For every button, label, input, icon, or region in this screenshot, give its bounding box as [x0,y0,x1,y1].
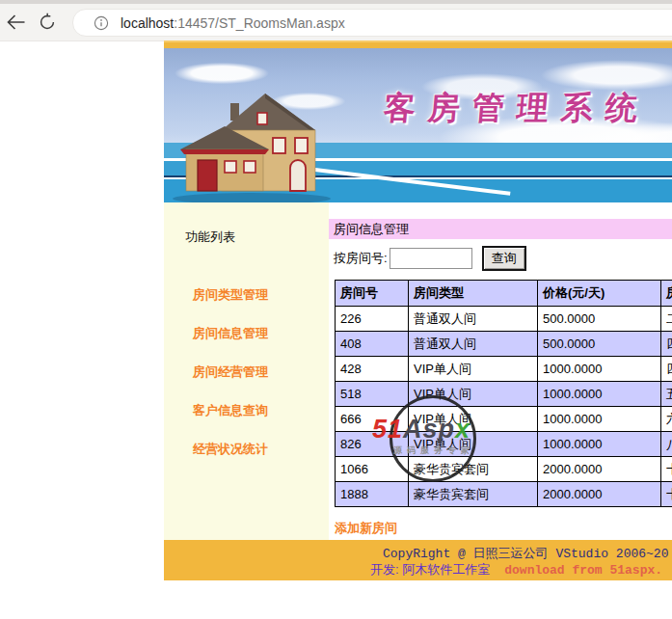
table-row: 1066 豪华贵宾套间 2000.0000 十 [336,457,672,482]
cell-price: 2000.0000 [538,457,661,482]
cell-room-type: 普通双人间 [409,307,538,332]
col-header-room-type: 房间类型 [409,281,538,307]
watermark-51: 51 [372,415,403,444]
search-button[interactable]: 查询 [482,246,526,271]
developer-line: 开发: 阿木软件工作室download from 51aspx. [370,561,662,579]
cell-price: 1000.0000 [538,432,661,457]
page-content: 客房管理系统 功能列表 房间类型管理 房间信息管理 房间经营管理 客户信息查询 … [164,40,672,580]
table-row: 428 VIP单人间 1000.0000 四 [336,357,672,382]
cell-room-pos: 六 [661,407,672,432]
main-panel: 房间信息管理 按房间号: 查询 房间号 房间类型 价格(元/天) 房 2 [329,202,672,540]
cell-room-no: 518 [336,382,409,407]
search-row: 按房间号: 查询 [334,245,672,271]
cell-room-no: 1888 [336,482,409,507]
table-row: 408 普通双人间 500.0000 四 [336,332,672,357]
url-host: localhost [121,15,174,31]
developer-text: 开发: 阿木软件工作室 [370,562,490,577]
cell-room-no: 428 [336,357,409,382]
sidebar-item-room-info[interactable]: 房间信息管理 [193,325,329,342]
table-row: 226 普通双人间 500.0000 二 [336,307,672,332]
col-header-room-pos: 房 [661,281,672,307]
cell-room-type: 普通双人间 [409,332,538,357]
house-illustration [169,90,335,202]
cell-room-no: 226 [336,307,409,332]
back-icon[interactable] [5,11,28,34]
search-label: 按房间号: [334,250,388,267]
url-path: :14457/ST_RoomsMan.aspx [174,15,344,31]
copyright-text: CopyRight @ 日照三运公司 VStudio 2006~20 [383,545,668,562]
url-text[interactable]: localhost:14457/ST_RoomsMan.aspx [121,15,345,31]
page-body: 功能列表 房间类型管理 房间信息管理 房间经营管理 客户信息查询 经营状况统计 … [164,202,672,540]
col-header-price: 价格(元/天) [538,281,661,307]
table-row: 1888 豪华贵宾套间 2000.0000 十 [336,482,672,507]
sidebar-item-customer-query[interactable]: 客户信息查询 [193,402,329,419]
cell-room-pos: 十 [661,457,672,482]
banner-title: 客房管理系统 [382,87,652,130]
cell-price: 1000.0000 [538,357,661,382]
table-row: 518 VIP单人间 1000.0000 五 [336,382,672,407]
sidebar-menu: 房间类型管理 房间信息管理 房间经营管理 客户信息查询 经营状况统计 [164,286,329,458]
cell-price: 1000.0000 [538,407,661,432]
sidebar-item-room-operation[interactable]: 房间经营管理 [193,363,329,381]
footer: CopyRight @ 日照三运公司 VStudio 2006~20 开发: 阿… [164,540,672,580]
cell-room-pos: 四 [661,332,672,357]
watermark-logo: 51Aspx [372,415,470,444]
watermark-x: x [455,415,470,444]
cell-price: 500.0000 [538,332,661,357]
sidebar-title: 功能列表 [185,229,329,246]
cell-room-pos: 十 [661,482,672,507]
cell-room-type: VIP单人间 [409,357,538,382]
refresh-icon[interactable] [37,12,58,33]
watermark-tagline: 源码服务专家 [393,444,474,457]
cell-price: 500.0000 [538,307,661,332]
table-header-row: 房间号 房间类型 价格(元/天) 房 [336,281,672,307]
app-window: localhost:14457/ST_RoomsMan.aspx [0,0,672,619]
cell-room-type: 豪华贵宾套间 [409,482,538,507]
browser-toolbar: localhost:14457/ST_RoomsMan.aspx [0,4,672,41]
cell-room-no: 408 [336,332,409,357]
cell-price: 2000.0000 [538,482,661,507]
watermark-asp: Asp [403,415,455,444]
sidebar-item-business-stats[interactable]: 经营状况统计 [193,441,329,458]
col-header-room-no: 房间号 [336,281,409,307]
cell-room-pos: 二 [661,307,672,332]
banner: 客房管理系统 [164,48,672,202]
add-room-link[interactable]: 添加新房间 [335,520,397,537]
sidebar: 功能列表 房间类型管理 房间信息管理 房间经营管理 客户信息查询 经营状况统计 [164,202,329,540]
cell-room-pos: 四 [661,357,672,382]
rooms-table: 房间号 房间类型 价格(元/天) 房 226 普通双人间 500.0000 二 … [335,280,672,507]
site-info-icon[interactable] [94,15,109,31]
sidebar-item-room-types[interactable]: 房间类型管理 [193,286,329,304]
cell-room-pos: 八 [661,432,672,457]
top-gold-border [164,40,672,48]
download-credit-text: download from 51aspx. [504,563,662,578]
address-bar[interactable]: localhost:14457/ST_RoomsMan.aspx [72,9,672,37]
room-number-input[interactable] [390,248,472,269]
cell-room-pos: 五 [661,382,672,407]
cell-price: 1000.0000 [538,382,661,407]
section-title-bar: 房间信息管理 [329,219,672,239]
